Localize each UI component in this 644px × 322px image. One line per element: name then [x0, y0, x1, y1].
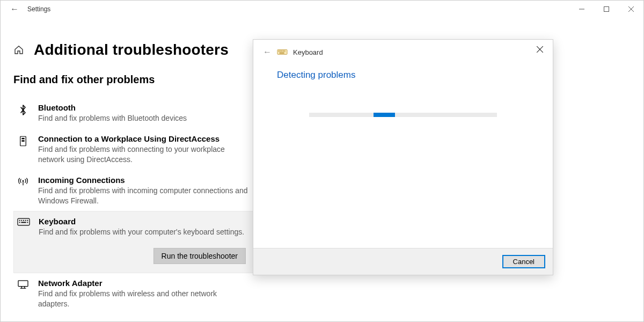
keyboard-small-icon	[277, 48, 288, 56]
dialog-status-text: Detecting problems	[277, 70, 529, 80]
dialog-title: Keyboard	[293, 48, 323, 56]
maximize-button[interactable]	[594, 1, 619, 18]
titlebar: ← Settings	[1, 1, 643, 18]
cancel-button[interactable]: Cancel	[502, 255, 545, 268]
troubleshooter-title: Network Adapter	[38, 279, 250, 288]
close-button[interactable]	[619, 1, 643, 18]
minimize-button[interactable]	[569, 1, 594, 18]
svg-rect-25	[279, 50, 280, 52]
svg-rect-14	[27, 220, 28, 221]
progress-bar	[309, 113, 497, 117]
svg-rect-15	[19, 222, 20, 223]
keyboard-icon	[16, 217, 31, 237]
window-controls	[569, 1, 643, 18]
svg-rect-30	[280, 53, 284, 54]
home-icon[interactable]	[13, 45, 24, 55]
troubleshooter-desc: Find and fix problems with wireless and …	[38, 289, 250, 309]
svg-rect-13	[25, 220, 26, 221]
svg-rect-6	[21, 140, 24, 142]
svg-rect-5	[21, 138, 24, 140]
page-title: Additional troubleshooters	[34, 41, 229, 58]
progress-chunk	[374, 113, 395, 117]
svg-rect-12	[23, 220, 24, 221]
troubleshooter-item-incoming[interactable]: Incoming Connections Find and fix proble…	[13, 170, 254, 211]
dialog-close-button[interactable]	[529, 42, 551, 57]
workplace-icon	[16, 134, 31, 165]
troubleshooter-desc: Find and fix problems with connecting to…	[38, 144, 250, 165]
svg-rect-26	[280, 50, 281, 52]
svg-rect-28	[283, 50, 284, 52]
svg-rect-16	[21, 222, 26, 223]
antenna-icon	[16, 175, 31, 206]
troubleshooter-item-keyboard[interactable]: Keyboard Find and fix problems with your…	[13, 211, 254, 273]
troubleshooter-dialog: ← Keyboard Detecting problems Cancel	[253, 39, 553, 275]
troubleshooter-item-network[interactable]: Network Adapter Find and fix problems wi…	[13, 273, 254, 314]
monitor-icon	[16, 279, 31, 309]
troubleshooter-desc: Find and fix problems with incoming comp…	[38, 186, 250, 206]
svg-rect-1	[604, 7, 609, 12]
svg-rect-10	[19, 220, 20, 221]
troubleshooter-title: Bluetooth	[38, 103, 250, 112]
troubleshooter-title: Incoming Connections	[38, 175, 250, 185]
troubleshooter-item-bluetooth[interactable]: Bluetooth Find and fix problems with Blu…	[13, 98, 254, 129]
run-button-row: Run the troubleshooter	[16, 245, 249, 267]
run-troubleshooter-button[interactable]: Run the troubleshooter	[153, 248, 246, 264]
svg-rect-11	[21, 220, 22, 221]
dialog-body: Detecting problems	[253, 60, 553, 248]
svg-rect-27	[281, 50, 282, 52]
settings-window: ← Settings Additional troubleshooters Fi…	[0, 0, 644, 322]
svg-rect-17	[27, 222, 28, 223]
troubleshooter-desc: Find and fix problems with your computer…	[39, 227, 249, 237]
svg-rect-24	[277, 49, 287, 54]
svg-rect-29	[284, 50, 286, 52]
troubleshooter-title: Connection to a Workplace Using DirectAc…	[38, 134, 250, 143]
titlebar-title: Settings	[26, 5, 50, 13]
troubleshooter-desc: Find and fix problems with Bluetooth dev…	[38, 113, 250, 123]
troubleshooter-title: Keyboard	[39, 217, 249, 226]
bluetooth-icon	[16, 103, 31, 123]
dialog-back-button[interactable]: ←	[263, 47, 272, 57]
dialog-header: ← Keyboard	[253, 40, 553, 60]
back-button[interactable]: ←	[3, 4, 26, 14]
troubleshooter-item-directaccess[interactable]: Connection to a Workplace Using DirectAc…	[13, 129, 254, 170]
dialog-footer: Cancel	[253, 248, 553, 275]
svg-rect-18	[18, 281, 28, 287]
troubleshooter-list: Bluetooth Find and fix problems with Blu…	[13, 98, 254, 314]
